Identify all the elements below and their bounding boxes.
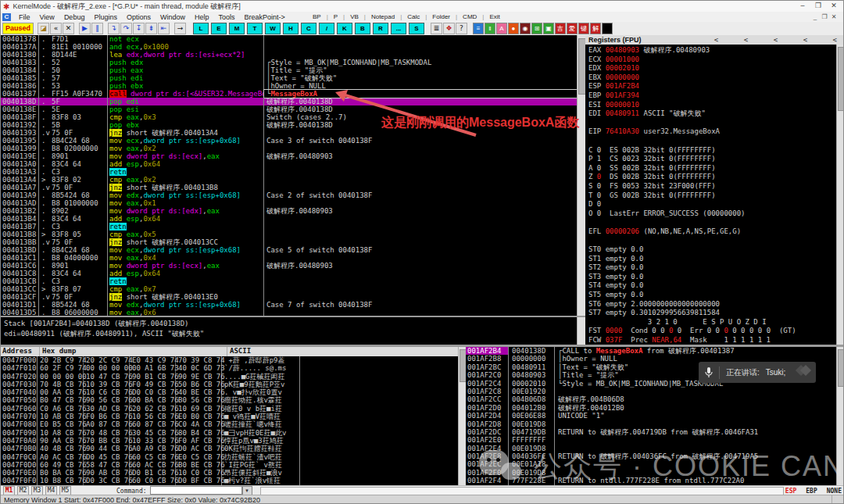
hexdump-row[interactable]: 0047F0A090 AA CB 7670 BB CB 7610 33 CB 7… [1,437,458,445]
hexdump-row[interactable]: 0047F0E0B0 BA CB 7690 AB CB 76D0 B1 CB 7… [1,469,458,477]
step-into-icon[interactable]: ↴ [108,23,120,34]
panel-button-slash[interactable]: / [319,23,334,34]
minimize-button-icon[interactable]: – [795,1,810,11]
panel-button-L[interactable]: L [193,23,209,34]
menu-help[interactable]: Help [190,13,214,21]
disasm-row[interactable]: 004013A3.C3retn [1,168,577,176]
panel-button-H[interactable]: H [283,23,299,34]
plugin-red-3-icon[interactable]: 键 [578,23,589,34]
register-line[interactable] [585,218,844,227]
stack-row[interactable]: 001AF2E0FFFFFFFF [466,436,836,444]
disasm-row[interactable]: 00401387.FF15 A0F3470call dword ptr ds:[… [1,90,577,98]
menu-breakpoint[interactable]: BreakPoint-> [240,13,290,21]
disasm-row[interactable]: 004013BB.v75 0Fjnz short 破解程序.004013CC [1,238,577,246]
register-line[interactable] [585,119,844,128]
quick-button-calc[interactable]: Calc [402,13,425,20]
maximize-button-icon[interactable]: ❐ [810,1,826,11]
quick-button-p[interactable]: P [328,13,343,20]
disasm-row[interactable]: 0040138E.5Epop esi破解程序.0040138D [1,105,577,113]
disasm-row[interactable]: 004013C6.8901mov dword ptr ds:[ecx],eax破… [1,262,577,270]
hexdump-row[interactable]: 0047F07010 AB CB 76F0 B6 CB 7610 56 CB 7… [1,413,458,420]
panel-button-M[interactable]: M [229,23,245,34]
panel-button-R[interactable]: R [373,23,388,34]
menu-window[interactable]: Window [156,13,190,21]
trace-into-icon[interactable]: ↧ [133,23,145,34]
disasm-row[interactable]: 00401393.v75 0Fjnz short 破解程序.004013A4 [1,129,577,137]
disasm-row[interactable]: 0040138D.5Fpop edi破解程序.0040138D [1,98,577,105]
register-line[interactable]: EIP 76410A30 user32.MessageBoxA [585,127,844,137]
register-line[interactable]: EAX 00480903 破解程序.00480903 [585,46,844,55]
plugin-grid-icon[interactable]: ⊞ [531,23,542,34]
close-process-icon[interactable]: ✕ [63,23,74,34]
quick-button-notepad[interactable]: Notepad [366,13,400,20]
panel-button-S[interactable]: S [409,23,424,34]
register-line[interactable]: ST7 empty 0.3010299956639811584 [585,309,844,318]
disasm-row[interactable]: 004013A0.83C4 64add esp,0x64 [1,160,577,168]
disasm-row[interactable]: 00401399.B8 02000000mov eax,0x2 [1,145,577,152]
register-line[interactable]: ECX 00001000 [585,55,844,65]
panel-button-B[interactable]: B [355,23,370,34]
panel-button-K[interactable]: K [337,23,352,34]
disasm-row[interactable]: 004013B2.8902mov dword ptr ds:[edx],eax破… [1,207,577,215]
hexdump-row[interactable]: 0047F03070 4B CB 7610 39 CB 76F0 49 CB 7… [1,381,458,388]
stack-row[interactable]: 001AF2D800E019D8 [466,420,836,428]
plugin-screen-icon[interactable]: ▣ [543,23,554,34]
disasm-row[interactable]: 004013CC>83F8 07cmp eax,0x7 [1,285,577,293]
stack-row[interactable]: 001AF2D400E06E88UNICODE "1" [466,412,836,420]
stack-row[interactable]: 001AF2D0004012B0破解程序.004012B0 [466,404,836,412]
plugin-orange-dot-icon[interactable]: ● [508,23,519,34]
stack-row[interactable]: 001AF2CC004B06D8破解程序.004B06D8 [466,395,836,403]
panel-button-E[interactable]: E [211,23,227,34]
menu-options[interactable]: Options [122,13,156,21]
registers-scrollbar[interactable] [836,45,844,345]
stack-row[interactable]: 001AF2DC004719DBRETURN to 破解程序.004719DB … [466,428,836,436]
register-line[interactable]: ST0 empty 0.0 [585,245,844,255]
trace-over-icon[interactable]: ⇟ [145,23,157,34]
menu-file[interactable]: File [14,13,35,21]
stack-row[interactable]: 001AF2E400E019D8 [466,445,836,452]
plugin-green-pause-icon[interactable]: ‖ [485,23,495,34]
scrollbar-thumb[interactable] [838,349,844,387]
disasm-row[interactable]: 00401385.57push edi│Text = "破解失败" [1,74,577,82]
disasm-row[interactable]: 004013D1.8B5424 68mov edx,dword ptr ss:[… [1,301,577,309]
register-line[interactable]: ESI 00000010 [585,101,844,110]
menu-plugins[interactable]: Plugins [89,13,122,21]
hexdump-row[interactable]: 0047F09010 A8 CB 7670 48 CB 7630 45 CB 7… [1,429,458,437]
disasm-row[interactable]: 00401395.8B4C24 68mov ecx,dword ptr ss:[… [1,137,577,145]
hexdump-row[interactable]: 0047F050B0 47 CB 7690 56 CB 7600 BA CB 7… [1,396,458,404]
stack-row[interactable]: 001AF2F000E019D8 [466,469,836,477]
run-to-cursor-icon[interactable]: → [174,23,186,34]
flag-button-ebp[interactable]: EBP [806,488,817,495]
hexdump-row[interactable]: 0047F04000 AA CB 7610 C6 CB 76D0 C0 CB 7… [1,388,458,396]
register-line[interactable]: ST5 empty 0.0 [585,291,844,300]
hexdump-row[interactable]: 0047F0D060 49 CB 7658 47 CB 7660 AC CB 7… [1,461,458,469]
disasm-row[interactable]: 004013AD.B8 01000000mov eax,0x1 [1,199,577,207]
quick-button-folder[interactable]: Folder [427,13,456,20]
hexdump-row[interactable]: 0047F060C0 A6 CB 7630 AD CB 7620 62 CB 7… [1,405,458,413]
plugin-target-icon[interactable]: ◉ [520,23,531,34]
resize-grip[interactable] [831,495,844,504]
quick-button-vb[interactable]: VB [345,13,364,20]
stack-row[interactable]: 001AF2EC00E01A18 [466,460,836,468]
disasm-row[interactable]: 004013CF.v75 0Fjnz short 破解程序.004013E0 [1,293,577,301]
panel-button-T[interactable]: T [247,23,263,34]
hexdump-row[interactable]: 0047F080E0 B5 CB 76A0 87 CB 7660 87 CB 7… [1,420,458,428]
register-line[interactable]: S 0 FS 0053 32bit 23F000(FFF) [585,182,844,191]
disasm-row[interactable]: 0040137A.81E1 0010000and ecx,0x1000 [1,43,577,51]
mdi-restore-icon[interactable]: ❐ [820,13,829,20]
menu-tools[interactable]: Tools [214,13,240,21]
disasm-row[interactable]: 004013A4>83F8 02cmp eax,0x2 [1,176,577,184]
registers-history-arrows[interactable]: < < < < < [714,36,837,44]
plugin-red-2-icon[interactable]: 爱 [567,23,578,34]
windows-icon[interactable]: ❖ [443,23,455,34]
disasm-row[interactable]: 0040138F.83F8 03cmp eax,0x3Switch (cases… [1,113,577,121]
disasm-row[interactable]: 004013B8>83F8 05cmp eax,0x5 [1,231,577,238]
stack-row[interactable]: 001AF2E8004036FCRETURN to 破解程序.004036FC … [466,452,836,460]
register-line[interactable]: EBX 00000000 [585,73,844,83]
run-icon[interactable]: ▶ [79,23,91,34]
command-input[interactable] [150,486,242,495]
disasm-row[interactable]: 004013BD.8B4C24 68mov ecx,dword ptr ss:[… [1,246,577,254]
hexdump-row[interactable]: 0047F00020 2B C9 7420 2C C9 74E0 43 C9 7… [1,356,458,364]
disasm-row[interactable]: 00401386.53push ebx│hOwner = NULL [1,82,577,90]
register-line[interactable]: ST2 empty 0.0 [585,263,844,273]
